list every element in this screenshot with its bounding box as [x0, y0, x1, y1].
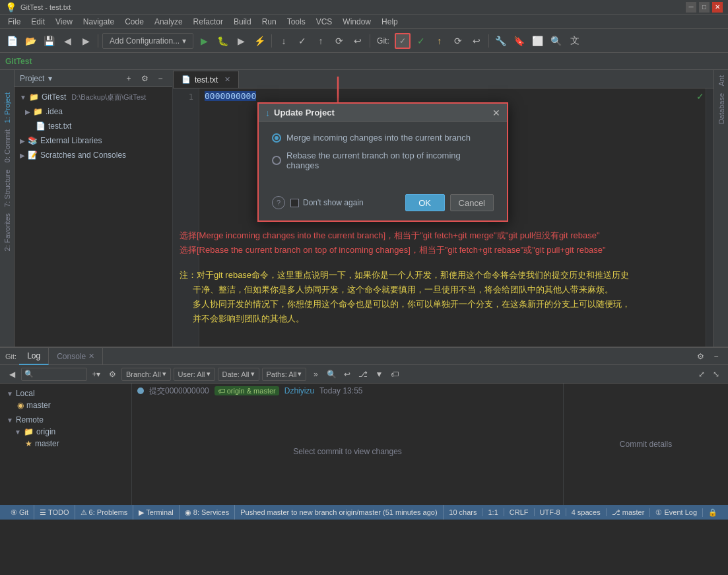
wrench-button[interactable]: 🔧: [493, 33, 509, 49]
maximize-button[interactable]: □: [699, 2, 710, 13]
tree-root[interactable]: ▼ 📁 GitTest D:\Backup\桌面\GitTest: [15, 90, 172, 104]
console-close-icon[interactable]: ✕: [88, 352, 94, 360]
git-search-button[interactable]: 🔍: [325, 368, 338, 381]
menu-vcs[interactable]: VCS: [311, 16, 338, 28]
vcs-commit-button[interactable]: ✓: [294, 33, 310, 49]
run-with-coverage-button[interactable]: ▶: [233, 33, 249, 49]
paths-filter-button[interactable]: Paths: All ▾: [262, 368, 307, 381]
bookmark-button[interactable]: 🔖: [512, 33, 527, 49]
collapse-button[interactable]: ⤡: [710, 368, 723, 381]
menu-view[interactable]: View: [50, 16, 78, 28]
status-event-log[interactable]: ① Event Log: [650, 508, 703, 517]
status-git[interactable]: ⑨ Git: [5, 505, 34, 520]
status-position[interactable]: 1:1: [482, 508, 504, 516]
menu-tools[interactable]: Tools: [282, 16, 311, 28]
back-button[interactable]: ◀: [59, 33, 75, 49]
git-revert-button[interactable]: ↩: [469, 33, 484, 49]
run-button[interactable]: ▶: [196, 33, 212, 49]
menu-window[interactable]: Window: [337, 16, 376, 28]
status-problems[interactable]: ⚠ 6: Problems: [75, 505, 134, 520]
bottom-settings-button[interactable]: ⚙: [694, 350, 707, 363]
local-master[interactable]: ◉ master: [4, 399, 127, 411]
dialog-option-rebase[interactable]: Rebase the current branch on top of inco…: [272, 151, 494, 170]
add-configuration-button[interactable]: Add Configuration... ▾: [102, 33, 193, 49]
console-tab[interactable]: Console ✕: [49, 348, 103, 365]
user-filter-button[interactable]: User: All ▾: [174, 368, 215, 381]
git-refresh-button[interactable]: ↩: [341, 368, 354, 381]
menu-build[interactable]: Build: [228, 16, 257, 28]
structure-vert-label[interactable]: 7: Structure: [2, 167, 13, 210]
vcs-push-button[interactable]: ↑: [313, 33, 329, 49]
menu-run[interactable]: Run: [257, 16, 282, 28]
menu-code[interactable]: Code: [119, 16, 149, 28]
dialog-close-button[interactable]: ✕: [492, 108, 500, 118]
git-filter-button[interactable]: ▼: [372, 368, 385, 381]
add-branch-button[interactable]: +▾: [90, 368, 103, 381]
debug-button[interactable]: 🐛: [215, 33, 230, 49]
cancel-button[interactable]: Cancel: [450, 194, 494, 211]
menu-analyze[interactable]: Analyze: [149, 16, 188, 28]
remote-group[interactable]: ▼ Remote: [4, 414, 127, 426]
git-arrow-up[interactable]: ↑: [432, 33, 447, 49]
minimize-button[interactable]: ─: [686, 2, 696, 13]
vcs-history-button[interactable]: ⟳: [331, 33, 347, 49]
vcs-revert-button[interactable]: ↩: [350, 33, 366, 49]
status-services[interactable]: ◉ 8: Services: [180, 505, 235, 520]
status-branch[interactable]: ⎇ master: [607, 508, 651, 517]
tree-test-txt[interactable]: 📄 test.txt: [15, 119, 172, 133]
find-button[interactable]: 🔍: [548, 33, 564, 49]
project-vert-label[interactable]: 1: Project: [2, 90, 13, 125]
menu-edit[interactable]: Edit: [26, 16, 50, 28]
new-file-button[interactable]: 📄: [4, 33, 20, 49]
menu-file[interactable]: File: [3, 16, 26, 28]
git-check-green[interactable]: ✓: [413, 33, 429, 49]
menu-refactor[interactable]: Refactor: [188, 16, 228, 28]
status-indent[interactable]: 4 spaces: [566, 508, 607, 516]
save-button[interactable]: 💾: [41, 33, 57, 49]
tree-scratches[interactable]: ▶ 📝 Scratches and Consoles: [15, 148, 172, 162]
radio-merge[interactable]: [272, 133, 281, 143]
date-filter-button[interactable]: Date: All ▾: [218, 368, 259, 381]
git-tag-button[interactable]: 🏷: [388, 368, 401, 381]
editor-tab-test-txt[interactable]: 📄 test.txt ✕: [173, 71, 239, 88]
tree-idea[interactable]: ▶ 📁 .idea: [15, 104, 172, 119]
profile-button[interactable]: ⚡: [251, 33, 267, 49]
remote-master[interactable]: ★ master: [4, 438, 127, 450]
branch-settings-button[interactable]: ⚙: [106, 368, 119, 381]
ant-label[interactable]: Ant: [716, 73, 727, 89]
status-crlf[interactable]: CRLF: [504, 508, 535, 516]
database-label[interactable]: Database: [716, 90, 727, 127]
translate-button[interactable]: 文: [567, 33, 583, 49]
terminal-button[interactable]: ⬜: [530, 33, 546, 49]
status-todo[interactable]: ☰ TODO: [34, 505, 75, 520]
git-fetch-button[interactable]: ⟳: [450, 33, 466, 49]
bottom-minus-button[interactable]: −: [710, 350, 723, 363]
menu-help[interactable]: Help: [376, 16, 403, 28]
project-close-button[interactable]: −: [154, 72, 167, 85]
dont-show-checkbox[interactable]: [290, 199, 299, 207]
more-filters-button[interactable]: »: [309, 368, 322, 381]
radio-rebase[interactable]: [272, 156, 281, 165]
expand-button[interactable]: ⤢: [695, 368, 708, 381]
vcs-update-button[interactable]: ↓: [276, 33, 292, 49]
tab-close-icon[interactable]: ✕: [224, 75, 230, 84]
commit-vert-label[interactable]: 0: Commit: [2, 127, 13, 165]
local-group[interactable]: ▼ Local: [4, 388, 127, 399]
left-arrow-button[interactable]: ◀: [5, 368, 18, 381]
open-button[interactable]: 📂: [22, 33, 38, 49]
status-terminal[interactable]: ▶ Terminal: [133, 505, 179, 520]
commit-row[interactable]: 提交0000000000 🏷 origin & master Dzhiyizu …: [132, 384, 563, 398]
git-search-input[interactable]: [36, 370, 83, 378]
forward-button[interactable]: ▶: [78, 33, 94, 49]
help-button[interactable]: ?: [272, 196, 285, 209]
project-add-button[interactable]: +: [122, 72, 135, 85]
status-encoding[interactable]: UTF-8: [535, 508, 566, 516]
window-controls[interactable]: ─ □ ✕: [686, 2, 723, 13]
log-tab[interactable]: Log: [19, 348, 49, 365]
update-project-dialog[interactable]: ↓ Update Project ✕ Merge incoming change…: [257, 102, 508, 222]
git-action-button[interactable]: ✓: [395, 33, 411, 49]
favorites-vert-label[interactable]: 2: Favorites: [2, 211, 13, 254]
branch-filter-button[interactable]: Branch: All ▾: [121, 368, 171, 381]
ok-button[interactable]: OK: [405, 194, 445, 211]
git-branch-view-button[interactable]: ⎇: [356, 368, 370, 381]
